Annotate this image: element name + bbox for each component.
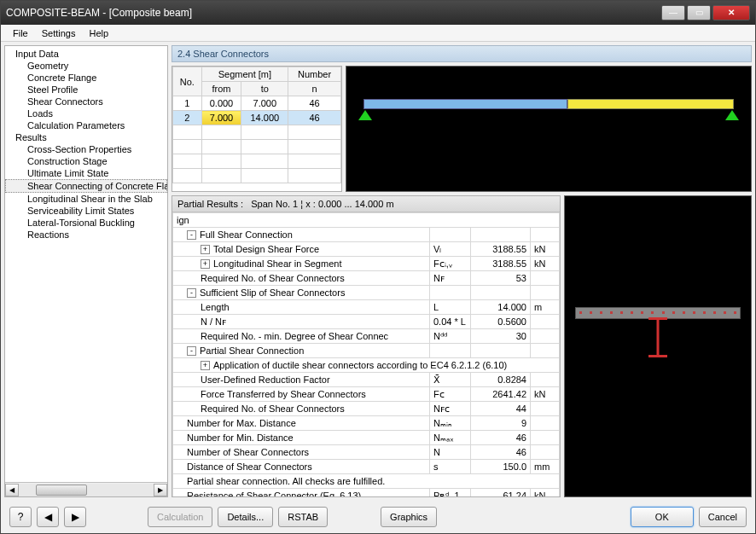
result-row[interactable]: Distance of Shear Connectorss150.0mm xyxy=(173,460,560,474)
result-row[interactable]: +Total Design Shear ForceVₗ3188.55kN xyxy=(173,242,560,257)
table-row: 27.00014.00046 xyxy=(173,111,341,125)
graphics-button[interactable]: Graphics xyxy=(381,507,437,527)
scroll-thumb[interactable] xyxy=(36,485,87,496)
col-from: from xyxy=(201,82,241,96)
results-table[interactable]: ign-Full Shear Connection+Total Design S… xyxy=(172,212,560,496)
scroll-left-icon[interactable]: ◀ xyxy=(5,484,19,496)
tree-steel-profile[interactable]: Steel Profile xyxy=(5,84,167,96)
result-row[interactable]: Number for Min. DistanceNₘₐₓ46 xyxy=(173,431,560,445)
tree-reactions[interactable]: Reactions xyxy=(5,229,167,241)
result-row[interactable]: Number of Shear ConnectorsN46 xyxy=(173,445,560,460)
calculation-button[interactable]: Calculation xyxy=(148,507,212,527)
result-row[interactable]: LengthL14.000m xyxy=(173,300,560,315)
steel-bottom-flange xyxy=(648,355,667,357)
help-button[interactable]: ? xyxy=(9,507,32,527)
table-row: 10.0007.00046 xyxy=(173,96,341,111)
menu-settings[interactable]: Settings xyxy=(35,26,83,40)
result-row[interactable]: N / Nꜰ0.04 * L0.5600 xyxy=(173,315,560,329)
result-row[interactable]: -Sufficient Slip of Shear Connectors xyxy=(173,286,560,300)
sidebar-scrollbar[interactable]: ◀ ▶ xyxy=(5,482,167,496)
menu-help[interactable]: Help xyxy=(82,26,115,40)
beam-segment-1 xyxy=(363,99,567,109)
results-pane: Partial Results : Span No. 1 ¦ x : 0.000… xyxy=(172,195,561,497)
segment-table[interactable]: No.Segment [m]Number fromton 10.0007.000… xyxy=(172,66,342,192)
minimize-button[interactable]: — xyxy=(661,5,685,20)
tree-cross-section[interactable]: Cross-Section Properties xyxy=(5,143,167,155)
sidebar: Input Data Geometry Concrete Flange Stee… xyxy=(4,45,168,497)
window-title: COMPOSITE-BEAM - [Composite beam] xyxy=(6,7,661,19)
results-header: Partial Results : Span No. 1 ¦ x : 0.000… xyxy=(172,196,560,212)
result-row[interactable]: Required No. of Shear ConnectorsNꜰ53 xyxy=(173,271,560,286)
close-button[interactable]: ✕ xyxy=(712,5,750,20)
details-button[interactable]: Details... xyxy=(218,507,273,527)
tree-shear-connecting[interactable]: Shear Connecting of Concrete Flange xyxy=(5,179,167,193)
tree-calc-params[interactable]: Calculation Parameters xyxy=(5,119,167,131)
ok-button[interactable]: OK xyxy=(631,507,694,527)
col-to: to xyxy=(241,82,288,96)
result-row[interactable]: +Longitudinal Shear in SegmentFᴄᵢ,ᵥ3188.… xyxy=(173,257,560,271)
section-title: 2.4 Shear Connectors xyxy=(172,45,752,62)
col-no: No. xyxy=(173,67,202,96)
tree-input-data[interactable]: Input Data xyxy=(5,48,167,60)
footer-toolbar: ? ◀ ▶ Calculation Details... RSTAB Graph… xyxy=(1,501,755,533)
result-row[interactable]: -Partial Shear Connection xyxy=(173,344,560,358)
col-n: n xyxy=(288,82,341,96)
cross-section-view[interactable] xyxy=(564,195,752,497)
titlebar: COMPOSITE-BEAM - [Composite beam] — ▭ ✕ xyxy=(1,1,755,25)
col-segment: Segment [m] xyxy=(201,67,288,82)
tree-geometry[interactable]: Geometry xyxy=(5,60,167,72)
beam-elevation-view[interactable] xyxy=(346,66,752,192)
menu-file[interactable]: File xyxy=(6,26,35,40)
prev-button[interactable]: ◀ xyxy=(37,507,59,527)
cancel-button[interactable]: Cancel xyxy=(699,507,747,527)
col-number: Number xyxy=(288,67,341,82)
tree-construction-stage[interactable]: Construction Stage xyxy=(5,155,167,167)
result-row[interactable]: Number for Max. DistanceNₘᵢₙ9 xyxy=(173,416,560,431)
result-row[interactable]: Resistance of Shear Connector (Eq. 6.13)… xyxy=(173,489,560,497)
result-row[interactable]: User-Defined Reduction FactorX̄0.8284 xyxy=(173,373,560,387)
tree-results[interactable]: Results xyxy=(5,131,167,143)
tree-shear-connectors[interactable]: Shear Connectors xyxy=(5,96,167,107)
result-row[interactable]: Partial shear connection. All checks are… xyxy=(173,474,560,489)
tree-loads[interactable]: Loads xyxy=(5,107,167,119)
support-left-icon xyxy=(358,110,372,120)
scroll-right-icon[interactable]: ▶ xyxy=(154,484,167,496)
support-right-icon xyxy=(725,110,739,120)
result-row[interactable]: +Application of ductile shear connectors… xyxy=(173,358,560,373)
beam-segment-2 xyxy=(567,99,734,109)
tree-ltb[interactable]: Lateral-Torsional Buckling xyxy=(5,217,167,229)
navigation-tree[interactable]: Input Data Geometry Concrete Flange Stee… xyxy=(5,46,167,482)
maximize-button[interactable]: ▭ xyxy=(687,5,711,20)
menubar: File Settings Help xyxy=(1,25,755,42)
result-row[interactable]: Force Transferred by Shear ConnectorsFᴄ2… xyxy=(173,387,560,402)
tree-concrete-flange[interactable]: Concrete Flange xyxy=(5,72,167,84)
next-button[interactable]: ▶ xyxy=(64,507,86,527)
tree-uls[interactable]: Ultimate Limit State xyxy=(5,167,167,179)
result-row[interactable]: Required No. of Shear ConnectorsNꜰᴄ44 xyxy=(173,402,560,416)
tree-sls[interactable]: Serviceability Limit States xyxy=(5,205,167,217)
steel-web xyxy=(657,319,660,357)
result-row[interactable]: Required No. - min. Degree of Shear Conn… xyxy=(173,329,560,344)
result-row[interactable]: -Full Shear Connection xyxy=(173,228,560,242)
rstab-button[interactable]: RSTAB xyxy=(278,507,328,527)
tree-long-shear[interactable]: Longitudinal Shear in the Slab xyxy=(5,193,167,205)
